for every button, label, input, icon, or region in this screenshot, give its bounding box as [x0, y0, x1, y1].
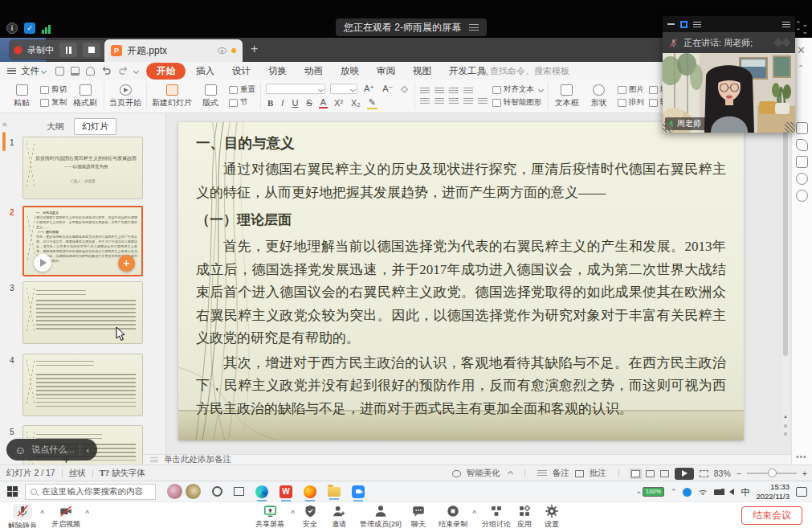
stop-record-button[interactable]: 结束录制	[439, 504, 467, 528]
start-button[interactable]	[7, 486, 18, 497]
cortana-icon[interactable]	[212, 486, 222, 497]
emoji-icon[interactable]: ☺	[14, 444, 26, 456]
collapse-ribbon-icon[interactable]: ⌃	[798, 63, 804, 72]
tab-transition[interactable]: 切换	[259, 63, 296, 79]
comment-button[interactable]: 批注	[590, 468, 606, 479]
more-tools-icon[interactable]: •••	[796, 452, 807, 461]
notes-toggle-button[interactable]: 备注	[553, 468, 569, 479]
resize-handle[interactable]	[785, 122, 795, 133]
settings-button[interactable]: 设置	[545, 504, 559, 528]
slideshow-play-button[interactable]	[675, 468, 694, 480]
zoom-slider-knob[interactable]	[768, 469, 777, 477]
tab-animation[interactable]: 动画	[296, 63, 332, 79]
zoom-out-button[interactable]: −	[737, 469, 741, 478]
slides-tab[interactable]: 幻灯片	[74, 118, 116, 135]
bold-button[interactable]: B	[266, 98, 275, 108]
scroll-next-slide-icon[interactable]: ≋	[782, 431, 789, 436]
slide-thumbnail-2-selected[interactable]: 一、目的与意义通过对德国右翼民粹主义的历史及现状进行探究，厘清后疫情时代德国右翼…	[22, 206, 143, 276]
tray-app-icon[interactable]	[683, 488, 692, 497]
share-options-caret[interactable]: ^	[291, 509, 295, 517]
command-search[interactable]: 查找命令、搜索模板	[479, 65, 569, 77]
quick-chat-bubble[interactable]: ☺ 说点什么... ‹	[6, 439, 97, 460]
underline-button[interactable]: U	[290, 98, 300, 108]
smart-graphic-button[interactable]: 转智能图形	[492, 97, 543, 108]
tab-insert[interactable]: 插入	[187, 63, 223, 79]
theme-name[interactable]: 丝状	[69, 468, 86, 479]
video-options-caret[interactable]: ^	[85, 509, 89, 517]
wifi-icon[interactable]	[698, 489, 708, 496]
beautify-wand-icon[interactable]	[796, 139, 808, 151]
layers-icon[interactable]	[796, 156, 808, 168]
taskbar-search-box[interactable]: 在这里输入你要搜索的内容	[25, 484, 156, 500]
window-menu-icon[interactable]	[693, 22, 701, 27]
tab-review[interactable]: 审阅	[368, 63, 404, 79]
canvas-scrollbar[interactable]: ▲ ≋ ≋	[782, 115, 789, 436]
format-painter-button[interactable]: 格式刷	[71, 84, 99, 108]
tab-slideshow[interactable]: 放映	[332, 63, 368, 79]
network-signal-icon[interactable]	[42, 23, 53, 34]
save-icon[interactable]	[55, 67, 64, 76]
current-slide[interactable]: 一、目的与意义 通过对德国右翼民粹主义的历史及现状进行探究，厘清后疫情时代德国右…	[178, 122, 744, 440]
window-resize-icons[interactable]: ⌃⌄⌃⌄	[795, 21, 809, 35]
normal-view-button[interactable]	[631, 470, 640, 477]
missing-font-label[interactable]: 缺失字体	[112, 468, 145, 479]
share-screen-button[interactable]: 共享屏幕	[255, 504, 284, 528]
tips-bulb-icon[interactable]	[796, 190, 808, 202]
close-pane-icon[interactable]: ✕	[797, 44, 806, 56]
increase-font-button[interactable]: A⁺	[362, 84, 376, 94]
decrease-font-button[interactable]: A⁻	[381, 84, 394, 94]
export-icon[interactable]	[71, 67, 80, 76]
slide-sorter-view-button[interactable]	[646, 470, 655, 477]
hidden-icons-chevron[interactable]: ⌃	[671, 488, 677, 496]
speaker-icon[interactable]	[729, 489, 734, 495]
justify-icon[interactable]	[463, 98, 473, 105]
clock[interactable]: 15:332022/11/3	[756, 482, 790, 501]
chat-button[interactable]: 聊天	[411, 504, 426, 528]
strikethrough-button[interactable]: S	[304, 98, 313, 108]
font-color-button[interactable]: A	[319, 97, 328, 108]
align-right-icon[interactable]	[449, 98, 459, 105]
font-size-select[interactable]	[330, 84, 357, 94]
shapes-button[interactable]: 形状	[586, 84, 613, 108]
video-call-window[interactable]: 正在讲话: 周老师;	[663, 16, 795, 133]
copy-button[interactable]: 复制	[40, 97, 67, 108]
slide-thumbnail-1[interactable]: 后疫情时代德国右翼民粹主义的特征与发展趋势——以德国选择党为例 汇报人：师雨晨	[22, 137, 143, 199]
ime-indicator[interactable]: 中	[741, 486, 749, 498]
chat-collapse-icon[interactable]: ‹	[86, 445, 89, 455]
fit-window-icon[interactable]	[700, 470, 708, 477]
zoom-percent[interactable]: 83%	[714, 469, 731, 478]
properties-icon[interactable]	[796, 122, 808, 134]
highlight-button[interactable]: ✎	[367, 97, 377, 109]
info-icon[interactable]: i	[6, 23, 18, 34]
stop-recording-button[interactable]	[83, 43, 100, 57]
banner-menu-icon[interactable]	[469, 24, 479, 31]
new-tab-button[interactable]: +	[251, 42, 258, 56]
panel-scroll-indicator[interactable]	[2, 131, 6, 152]
document-tab[interactable]: P 开题.pptx	[104, 39, 243, 62]
tab-view[interactable]: 视图	[404, 63, 440, 79]
italic-button[interactable]: I	[280, 98, 285, 108]
reading-view-button[interactable]	[660, 470, 669, 477]
tab-home[interactable]: 开始	[146, 63, 186, 80]
scroll-prev-slide-icon[interactable]: ≋	[782, 423, 789, 428]
subscript-button[interactable]: X₂	[349, 98, 362, 108]
paste-button[interactable]: 粘贴	[8, 84, 35, 108]
align-text-button[interactable]: 对齐文本	[492, 84, 543, 95]
layout-switch-icon[interactable]	[782, 22, 790, 27]
align-left-icon[interactable]	[420, 98, 430, 105]
shield-icon[interactable]: ✓	[24, 23, 35, 34]
edge-browser-icon[interactable]	[255, 485, 268, 498]
mic-options-caret[interactable]: ^	[40, 509, 44, 517]
scroll-up-icon[interactable]: ▲	[782, 414, 789, 419]
undo-icon[interactable]	[101, 66, 112, 76]
zoom-in-button[interactable]: +	[802, 469, 807, 478]
layout-button[interactable]: 版式	[197, 84, 224, 108]
wps-office-icon[interactable]: W	[280, 485, 292, 498]
firefox-icon[interactable]	[304, 485, 316, 498]
superscript-button[interactable]: X²	[333, 98, 345, 108]
smart-beautify-button[interactable]: 智能美化	[467, 468, 500, 479]
battery-indicator[interactable]: ⌁100%	[637, 487, 664, 497]
notes-bar[interactable]: 单击此处添加备注	[143, 454, 791, 465]
meeting-app-icon[interactable]	[352, 485, 365, 498]
beautify-caret-icon[interactable]	[508, 470, 513, 476]
